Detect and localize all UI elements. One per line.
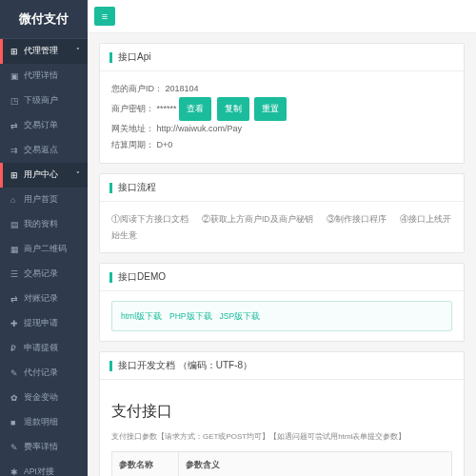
sidebar-item[interactable]: ⇄交易订单 — [0, 113, 88, 138]
panel-body: html版下载PHP版下载JSP版下载 — [100, 291, 464, 341]
sidebar-item-label: 代理详情 — [24, 70, 58, 82]
sidebar-item[interactable]: ▣代理详情 — [0, 64, 88, 89]
demo-link[interactable]: JSP版下载 — [220, 311, 261, 321]
panel-header: 接口Api — [100, 44, 464, 71]
sidebar-item-label: 代理管理 — [24, 46, 58, 57]
merchant-id-value: 2018104 — [166, 84, 199, 93]
sidebar-item[interactable]: ■退款明细 — [0, 410, 88, 435]
sidebar-item[interactable]: ✿资金变动 — [0, 386, 88, 410]
sidebar-item[interactable]: ✱API对接 — [0, 460, 88, 476]
sidebar-item[interactable]: ✎费率详情 — [0, 435, 88, 460]
menu-icon: ✎ — [10, 443, 19, 452]
sidebar-item[interactable]: ⇄对账记录 — [0, 287, 88, 311]
sidebar-item-label: 退款明细 — [24, 417, 58, 428]
th-desc: 参数含义 — [179, 452, 452, 476]
sidebar-item[interactable]: ⊞用户中心˅ — [0, 163, 88, 188]
menu-toggle-button[interactable]: ≡ — [94, 7, 115, 26]
sidebar-item-label: 代付记录 — [24, 367, 58, 379]
secret-label: 商户密钥： — [111, 104, 154, 113]
menu-icon: ⊞ — [10, 47, 19, 56]
sidebar-item-label: 交易记录 — [24, 268, 58, 280]
panel-api: 接口Api 您的商户ID： 2018104 商户密钥： ****** 查看 复制… — [99, 43, 465, 164]
menu-icon: ✿ — [10, 393, 19, 403]
logo: 微付支付 — [0, 0, 88, 39]
th-name: 参数名称 — [112, 452, 179, 476]
chevron-down-icon: ˅ — [76, 48, 80, 55]
sidebar-item-label: API对接 — [24, 466, 54, 476]
sidebar-item-label: 交易返点 — [24, 145, 58, 156]
menu-icon: ▣ — [10, 71, 19, 81]
pay-heading: 支付接口 — [111, 397, 452, 426]
copy-button[interactable]: 复制 — [217, 97, 249, 121]
settle-label: 结算周期： — [111, 140, 154, 149]
demo-link[interactable]: PHP版下载 — [169, 311, 211, 321]
topbar: ≡ — [88, 0, 476, 33]
panel-header: 接口流程 — [100, 174, 464, 202]
menu-icon: ✚ — [10, 319, 19, 328]
menu-icon: ◳ — [10, 96, 19, 106]
main: ≡ 接口Api 您的商户ID： 2018104 商户密钥： ****** 查看 … — [88, 0, 476, 476]
content: 接口Api 您的商户ID： 2018104 商户密钥： ****** 查看 复制… — [88, 33, 476, 476]
sidebar-item-label: 用户首页 — [24, 194, 58, 206]
menu-icon: ⇉ — [10, 146, 19, 155]
panel-body: ①阅读下方接口文档②获取上方商户ID及商户秘钥③制作接口程序④接口上线开始生意 — [100, 202, 464, 251]
secret-value: ****** — [157, 104, 177, 113]
sidebar-item-label: 商户二维码 — [24, 244, 67, 255]
sidebar-item[interactable]: ✎代付记录 — [0, 361, 88, 386]
menu-icon: ₽ — [10, 344, 19, 353]
panel-header: 接口开发文档 （编码：UTF-8） — [100, 352, 464, 380]
panel-body: 支付接口 支付接口参数【请求方式：GET或POST均可】【如遇问题可尝试用htm… — [100, 380, 464, 476]
sidebar-item[interactable]: ⌂用户首页 — [0, 188, 88, 212]
chevron-down-icon: ˅ — [76, 171, 80, 179]
menu-icon: ✎ — [10, 368, 19, 378]
merchant-id-label: 您的商户ID： — [111, 84, 163, 93]
sidebar-item[interactable]: ⊞代理管理˅ — [0, 39, 88, 64]
param-table: 参数名称 参数含义 fxid商户idfxddh商户订单号fxdesc商品名称fx… — [111, 451, 452, 476]
menu-icon: ⊞ — [10, 170, 19, 180]
sidebar-item-label: 费率详情 — [24, 442, 58, 453]
gateway-label: 网关地址： — [111, 124, 154, 133]
menu-icon: ■ — [10, 418, 19, 427]
panel-body: 您的商户ID： 2018104 商户密钥： ****** 查看 复制 重置 网关… — [100, 71, 464, 163]
reset-button[interactable]: 重置 — [254, 97, 287, 121]
sidebar-item-label: 交易订单 — [24, 120, 58, 131]
sidebar-item[interactable]: ✚提现申请 — [0, 311, 88, 336]
sidebar-item[interactable]: ◳下级商户 — [0, 89, 88, 113]
menu-icon: ☰ — [10, 269, 19, 279]
demo-link[interactable]: html版下载 — [121, 311, 162, 321]
menu-icon: ▤ — [10, 220, 19, 229]
sidebar-item[interactable]: ☰交易记录 — [0, 262, 88, 287]
menu-icon: ▦ — [10, 245, 19, 254]
sidebar-item-label: 对账记录 — [24, 293, 58, 305]
sidebar-item-label: 用户中心 — [24, 169, 58, 181]
settle-value: D+0 — [157, 140, 173, 149]
sidebar-item-label: 资金变动 — [24, 392, 58, 404]
sidebar-item-label: 申请提领 — [24, 343, 58, 354]
gateway-value: http://waiwuk.com/Pay — [157, 124, 243, 133]
view-button[interactable]: 查看 — [179, 97, 211, 121]
panel-flow: 接口流程 ①阅读下方接口文档②获取上方商户ID及商户秘钥③制作接口程序④接口上线… — [99, 173, 465, 252]
sidebar-item-label: 下级商户 — [24, 95, 58, 107]
flow-step: ③制作接口程序 — [327, 214, 387, 224]
panel-demo: 接口DEMO html版下载PHP版下载JSP版下载 — [99, 263, 465, 342]
pay-subtext: 支付接口参数【请求方式：GET或POST均可】【如遇问题可尝试用html表单提交… — [111, 429, 452, 444]
demo-links: html版下载PHP版下载JSP版下载 — [111, 301, 452, 331]
sidebar-item[interactable]: ▦商户二维码 — [0, 237, 88, 262]
menu-icon: ⇄ — [10, 121, 19, 130]
menu-icon: ✱ — [10, 467, 19, 476]
sidebar: 微付支付 ⊞代理管理˅▣代理详情◳下级商户⇄交易订单⇉交易返点⊞用户中心˅⌂用户… — [0, 0, 88, 476]
sidebar-item[interactable]: ₽申请提领 — [0, 336, 88, 361]
menu-icon: ⇄ — [10, 294, 19, 304]
sidebar-item[interactable]: ⇉交易返点 — [0, 138, 88, 163]
sidebar-item[interactable]: ▤我的资料 — [0, 212, 88, 237]
sidebar-item-label: 我的资料 — [24, 219, 58, 230]
flow-step: ①阅读下方接口文档 — [111, 214, 188, 224]
panel-doc: 接口开发文档 （编码：UTF-8） 支付接口 支付接口参数【请求方式：GET或P… — [99, 351, 465, 476]
menu-icon: ⌂ — [10, 195, 19, 205]
panel-header: 接口DEMO — [100, 264, 464, 291]
sidebar-item-label: 提现申请 — [24, 318, 58, 329]
flow-step: ②获取上方商户ID及商户秘钥 — [202, 214, 313, 224]
